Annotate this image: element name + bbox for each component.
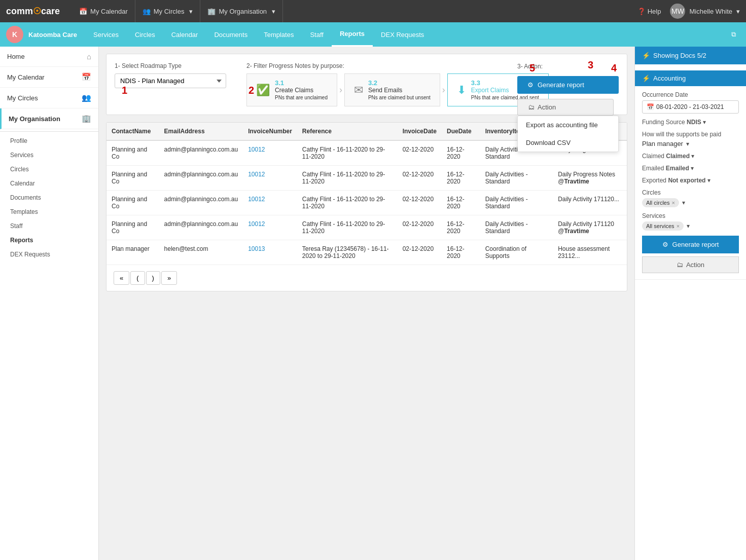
circles-sidebar-icon: 👥 — [82, 93, 91, 102]
sub-nav-right: ⧉ — [727, 28, 740, 41]
filter-icon: ⚡ — [642, 74, 650, 82]
sidebar-divider — [0, 131, 98, 132]
emailed-label: Emailed Emailed ▾ — [642, 165, 739, 172]
circles-filter-label: Circles — [642, 189, 739, 196]
occurrence-filter: Occurrence Date 📅 08-01-2020 - 21-03-202… — [642, 91, 739, 114]
cell-description-2: Daily Activity 171120... — [553, 191, 627, 215]
subnav-dex[interactable]: DEX Requests — [373, 22, 432, 47]
subnav-documents[interactable]: Documents — [206, 22, 256, 47]
home-icon: ⌂ — [87, 52, 91, 61]
download-csv-item[interactable]: Download CSV — [518, 134, 618, 152]
support-pay-dropdown[interactable]: ▾ — [686, 140, 689, 147]
cell-invoice-4[interactable]: 10013 — [243, 240, 297, 265]
sidebar-item-circles[interactable]: My Circles 👥 — [0, 88, 98, 108]
cell-description-1: Daily Progress Notes @Travtime — [553, 166, 627, 191]
cell-invoice-2[interactable]: 10012 — [243, 191, 297, 215]
file-icon: 🗂 — [528, 103, 535, 111]
col-invoicedate: InvoiceDate — [398, 123, 442, 140]
step2-label: 2- Filter Progress Notes by purpose: — [246, 62, 549, 69]
support-pay-value-row: Plan manager ▾ — [642, 140, 739, 147]
sidebar-sub-circles[interactable]: Circles — [0, 162, 98, 176]
action-button[interactable]: 🗂 Action — [517, 99, 614, 116]
user-menu[interactable]: MW Michelle White ▾ — [670, 4, 740, 19]
cell-invoice-0[interactable]: 10012 — [243, 140, 297, 166]
subnav-staff[interactable]: Staff — [302, 22, 332, 47]
step-number-5: 5 — [529, 62, 535, 74]
sidebar-item-home[interactable]: Home ⌂ — [0, 47, 98, 67]
nav-organisation[interactable]: 🏢 My Organisation ▾ — [200, 0, 283, 22]
subnav-services[interactable]: Services — [85, 22, 127, 47]
step-number-4: 4 — [611, 62, 617, 74]
generate-report-bottom-button[interactable]: ⚙ Generate report — [642, 236, 739, 253]
cell-duedate-3: 16-12-2020 — [442, 215, 480, 240]
circles-tag-remove[interactable]: × — [671, 200, 674, 206]
table-row: Plan manager helen@test.com 10013 Teresa… — [106, 240, 627, 265]
cell-invoicedate-3: 02-12-2020 — [398, 215, 442, 240]
circles-tag: All circles × — [642, 198, 679, 207]
export-accounting-item[interactable]: Export as accounting file — [518, 116, 618, 134]
accounting-title: ⚡ Accounting — [635, 70, 746, 86]
emailed-dropdown[interactable]: ▾ — [691, 165, 694, 172]
subnav-templates[interactable]: Templates — [256, 22, 302, 47]
home-label: Home — [7, 53, 25, 60]
sidebar-sub-reports[interactable]: Reports — [0, 233, 98, 247]
nav-circles[interactable]: 👥 My Circles ▾ — [135, 0, 201, 22]
sidebar-sub-calendar[interactable]: Calendar — [0, 176, 98, 191]
occurrence-date-range[interactable]: 📅 08-01-2020 - 21-03-2021 — [642, 100, 739, 114]
circles-filter-row: All circles × ▾ — [642, 198, 739, 207]
cell-duedate-1: 16-12-2020 — [442, 166, 480, 191]
cell-itemcode-4: Coordination of Supports — [480, 240, 553, 265]
calendar-label: My Calendar — [7, 73, 45, 81]
logo: comm☉care — [6, 6, 60, 17]
sidebar-item-organisation[interactable]: My Organisation 🏢 — [0, 108, 98, 129]
step-create-claims[interactable]: ✅ 3.1 Create Claims PNs that are unclaim… — [246, 73, 337, 106]
page-last[interactable]: » — [161, 271, 177, 285]
funding-dropdown[interactable]: ▾ — [703, 119, 706, 126]
action-panel-top: 3- Action: 4 ⚙ Generate report 🗂 Action … — [517, 62, 619, 116]
claimed-label: Claimed Claimed ▾ — [642, 153, 739, 160]
main-content: 1- Select Roadmap Type NDIS - Plan Manag… — [99, 47, 634, 560]
cell-contact-3: Planning and Co — [106, 215, 159, 240]
gear-icon: ⚙ — [527, 81, 534, 89]
sidebar-sub-templates[interactable]: Templates — [0, 205, 98, 219]
claimed-dropdown[interactable]: ▾ — [691, 153, 694, 160]
cell-duedate-4: 16-12-2020 — [442, 240, 480, 265]
subnav-calendar[interactable]: Calendar — [163, 22, 206, 47]
circles-dropdown[interactable]: ▾ — [682, 199, 685, 206]
step-send-emails[interactable]: ✉ 3.2 Send Emails PNs are claimed but un… — [344, 73, 440, 106]
funding-label: Funding Source NDIS ▾ — [642, 119, 739, 126]
action-bottom-button[interactable]: 🗂 Action — [642, 256, 739, 273]
sidebar-sub-services[interactable]: Services — [0, 148, 98, 162]
cell-contact-2: Planning and Co — [106, 191, 159, 215]
sidebar-sub-profile[interactable]: Profile — [0, 134, 98, 148]
col-email: EmailAddress — [159, 123, 243, 140]
sub-nav: K Katoomba Care Services Circles Calenda… — [0, 22, 746, 47]
services-filter-label: Services — [642, 212, 739, 219]
circles-filter: Circles All circles × ▾ — [642, 189, 739, 207]
cell-invoice-3[interactable]: 10012 — [243, 215, 297, 240]
generate-report-button[interactable]: ⚙ Generate report — [517, 76, 619, 94]
page-first[interactable]: « — [114, 271, 129, 285]
step-send-emails-text: 3.2 Send Emails PNs are claimed but unse… — [368, 79, 431, 101]
page-next[interactable]: ) — [146, 271, 160, 285]
subnav-circles[interactable]: Circles — [127, 22, 163, 47]
cell-invoicedate-2: 02-12-2020 — [398, 191, 442, 215]
calendar-sidebar-icon: 📅 — [82, 72, 91, 82]
sidebar-sub-dex[interactable]: DEX Requests — [0, 247, 98, 262]
page-prev[interactable]: ( — [130, 271, 145, 285]
sidebar-sub-documents[interactable]: Documents — [0, 191, 98, 205]
sidebar-sub-staff[interactable]: Staff — [0, 219, 98, 233]
cell-invoice-1[interactable]: 10012 — [243, 166, 297, 191]
sub-nav-action-icon[interactable]: ⧉ — [727, 28, 740, 41]
services-tag-remove[interactable]: × — [677, 223, 680, 229]
roadmap-select[interactable]: NDIS - Plan Managed — [115, 73, 226, 88]
help-link[interactable]: ❓ Help — [637, 8, 661, 15]
exported-dropdown[interactable]: ▾ — [707, 177, 711, 184]
org-icon: 🏢 — [207, 8, 216, 15]
services-dropdown[interactable]: ▾ — [687, 222, 690, 230]
sidebar-item-calendar[interactable]: My Calendar 📅 — [0, 67, 98, 88]
gear-bottom-icon: ⚙ — [662, 241, 668, 248]
cell-invoicedate-0: 02-12-2020 — [398, 140, 442, 166]
subnav-reports[interactable]: Reports — [332, 22, 373, 47]
nav-calendar[interactable]: 📅 My Calendar — [72, 0, 135, 22]
